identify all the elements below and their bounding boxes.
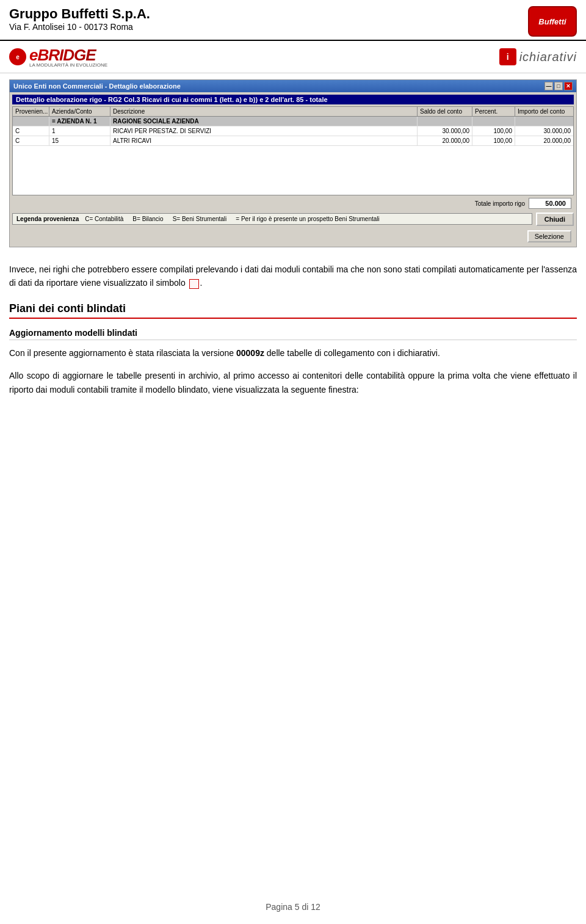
window-title: Unico Enti non Commerciali - Dettaglio e… [13, 82, 181, 90]
body-paragraph-1: Con il presente aggiornamento è stata ri… [9, 346, 577, 360]
cell-importo-1: 30.000,00 [515, 126, 573, 136]
table-header: Provenien... Azienda/Conto Descrizione S… [13, 107, 573, 117]
body-text-start: Con il presente aggiornamento è stata ri… [9, 348, 236, 358]
group-col5 [472, 117, 515, 126]
version-number: 00009z [236, 348, 264, 358]
group-col4 [418, 117, 472, 126]
table-row: C 15 ALTRI RICAVI 20.000,00 100,00 20.00… [13, 136, 573, 146]
ichiarativi-logo: i ichiarativi [499, 48, 577, 65]
col-header-azienda: Azienda/Conto [49, 107, 110, 116]
window-titlebar: Unico Enti non Commerciali - Dettaglio e… [10, 80, 576, 92]
cell-desc-1: RICAVI PER PRESTAZ. DI SERVIZI [110, 126, 418, 136]
body-text-end: delle tabelle di collegamento con i dich… [264, 348, 440, 358]
legend-title: Legenda provenienza [16, 216, 79, 222]
company-name: Gruppo Buffetti S.p.A. [9, 6, 150, 22]
empty-rows [13, 146, 573, 195]
legend-item-s: S= Beni Strumentali [173, 216, 227, 222]
body-paragraph-2: Allo scopo di aggiornare le tabelle pres… [9, 369, 577, 396]
ichiarativi-icon: i [499, 48, 516, 65]
legend-item-b: B= Bilancio [132, 216, 163, 222]
cell-prov-2: C [13, 136, 49, 145]
ebridge-subtitle: LA MODULARITÀ IN EVOLUZIONE [29, 62, 107, 68]
group-col6 [515, 117, 573, 126]
col-header-provenienza: Provenien... [13, 107, 49, 116]
selezione-button[interactable]: Selezione [527, 230, 571, 242]
symbol-icon [189, 279, 199, 289]
intro-text-content: Invece, nei righi che potrebbero essere … [9, 264, 577, 288]
cell-importo-2: 20.000,00 [515, 136, 573, 145]
subwindow-title: Dettaglio elaborazione rigo - RG2 Col.3 … [12, 95, 574, 104]
cell-prov-1: C [13, 126, 49, 136]
cell-pct-1: 100,00 [472, 126, 515, 136]
minimize-button[interactable]: — [544, 82, 553, 90]
group-col2: = AZIENDA N. 1 [49, 117, 110, 126]
cell-pct-2: 100,00 [472, 136, 515, 145]
col-header-descrizione: Descrizione [110, 107, 418, 116]
legend-item-icon: = Per il rigo è presente un prospetto Be… [236, 216, 379, 222]
buffetti-logo-area: Buffetti [528, 6, 577, 37]
total-value: 50.000 [529, 198, 571, 209]
cell-saldo-2: 20.000,00 [418, 136, 472, 145]
window-content: Dettaglio elaborazione rigo - RG2 Col.3 … [10, 92, 576, 247]
company-info: Gruppo Buffetti S.p.A. Via F. Antolisei … [9, 6, 150, 32]
table-row: C 1 RICAVI PER PRESTAZ. DI SERVIZI 30.00… [13, 126, 573, 136]
page-number: Pagina 5 di 12 [266, 902, 320, 912]
chiudi-button[interactable]: Chiudi [536, 213, 574, 226]
dialog-window: Unico Enti non Commerciali - Dettaglio e… [9, 79, 577, 247]
section-heading: Piani dei conti blindati [9, 302, 577, 319]
total-label: Totale importo rigo [475, 200, 525, 207]
ebridge-icon: e [9, 48, 26, 65]
intro-paragraph: Invece, nei righi che potrebbero essere … [9, 263, 577, 290]
subsection-heading: Aggiornamento modelli blindati [9, 328, 577, 340]
cell-desc-2: ALTRI RICAVI [110, 136, 418, 145]
main-content: Invece, nei righi che potrebbero essere … [0, 253, 586, 412]
table-group-header: = AZIENDA N. 1 RAGIONE SOCIALE AZIENDA [13, 117, 573, 126]
ebridge-logo: e eBRIDGE LA MODULARITÀ IN EVOLUZIONE [9, 46, 107, 68]
legend-items: C= Contabilità B= Bilancio S= Beni Strum… [85, 216, 528, 222]
company-address: Via F. Antolisei 10 - 00173 Roma [9, 22, 150, 32]
cell-saldo-1: 30.000,00 [418, 126, 472, 136]
page-header: Gruppo Buffetti S.p.A. Via F. Antolisei … [0, 0, 586, 41]
ichiarativi-brand: ichiarativi [519, 50, 577, 64]
cell-azienda-1: 1 [49, 126, 110, 136]
selezione-section: Selezione [12, 228, 574, 244]
group-col1 [13, 117, 49, 126]
legend-section: Legenda provenienza C= Contabilità B= Bi… [12, 213, 532, 225]
maximize-button[interactable]: □ [554, 82, 563, 90]
data-table: Provenien... Azienda/Conto Descrizione S… [12, 106, 574, 195]
group-col3: RAGIONE SOCIALE AZIENDA [110, 117, 418, 126]
col-header-saldo: Saldo del conto [418, 107, 472, 116]
legend-item-c: C= Contabilità [85, 216, 123, 222]
legend-chiudi-row: Legenda provenienza C= Contabilità B= Bi… [12, 211, 574, 228]
sub-header: e eBRIDGE LA MODULARITÀ IN EVOLUZIONE i … [0, 41, 586, 73]
close-button[interactable]: ✕ [564, 82, 573, 90]
total-section: Totale importo rigo 50.000 [12, 195, 574, 211]
page-footer: Pagina 5 di 12 [0, 902, 586, 912]
buffetti-logo: Buffetti [528, 6, 577, 37]
cell-azienda-2: 15 [49, 136, 110, 145]
col-header-importo: Importo del conto [515, 107, 573, 116]
window-controls: — □ ✕ [544, 82, 573, 90]
col-header-percent: Percent. [472, 107, 515, 116]
ebridge-logo-text: eBRIDGE LA MODULARITÀ IN EVOLUZIONE [29, 46, 107, 68]
